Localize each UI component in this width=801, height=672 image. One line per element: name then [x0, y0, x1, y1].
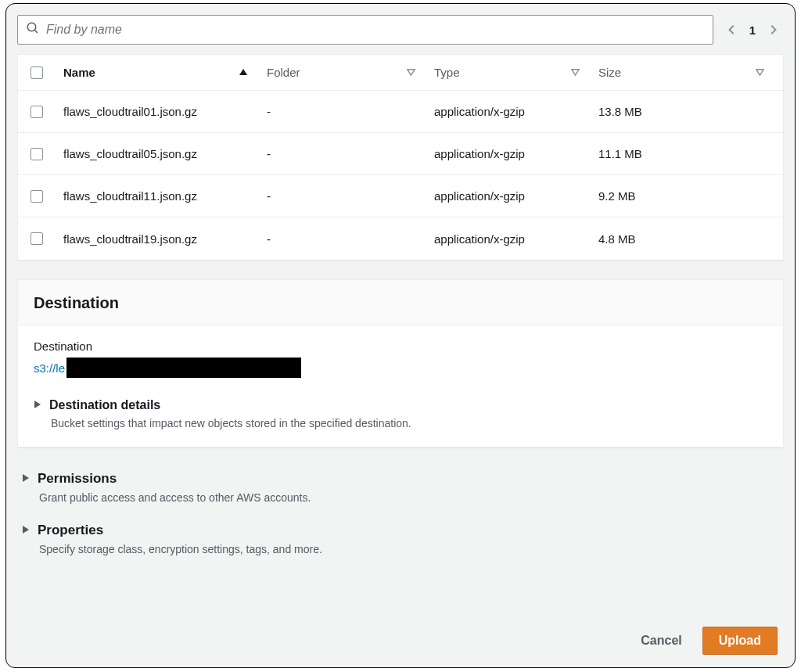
- cell-name: flaws_cloudtrail05.json.gz: [63, 147, 251, 160]
- files-table: Name Folder Type Size: [17, 54, 784, 261]
- dialog-footer: Cancel Upload: [638, 627, 778, 655]
- col-select-all[interactable]: [18, 66, 63, 79]
- cell-type: application/x-gzip: [434, 147, 598, 160]
- table-row: flaws_cloudtrail19.json.gz-application/x…: [18, 217, 783, 260]
- svg-line-1: [34, 30, 38, 33]
- col-name-label: Name: [63, 66, 95, 79]
- col-size[interactable]: Size: [598, 66, 783, 79]
- checkbox[interactable]: [31, 190, 43, 203]
- pagination: 1: [721, 15, 784, 45]
- destination-panel: Destination Destination s3://le Destinat…: [17, 279, 784, 447]
- upload-button[interactable]: Upload: [702, 627, 778, 655]
- checkbox[interactable]: [31, 106, 43, 118]
- properties-desc: Specify storage class, encryption settin…: [39, 543, 779, 555]
- checkbox[interactable]: [31, 232, 43, 245]
- checkbox[interactable]: [31, 66, 43, 79]
- options-expanders: Permissions Grant public access and acce…: [22, 471, 779, 555]
- row-select[interactable]: [18, 232, 63, 245]
- upload-dialog: 1 Name Folder Typ: [5, 3, 796, 668]
- destination-label: Destination: [34, 340, 767, 353]
- page-prev-icon[interactable]: [726, 23, 738, 36]
- svg-point-0: [27, 23, 36, 31]
- cell-size: 9.2 MB: [598, 189, 783, 203]
- permissions-expander[interactable]: Permissions Grant public access and acce…: [22, 471, 779, 504]
- caret-right-icon: [34, 398, 41, 412]
- sort-idle-icon: [756, 66, 764, 79]
- search-icon: [26, 21, 40, 38]
- sort-asc-icon: [239, 66, 248, 79]
- row-select[interactable]: [18, 148, 63, 160]
- svg-marker-8: [23, 526, 29, 534]
- col-name[interactable]: Name: [63, 66, 267, 79]
- destination-link[interactable]: s3://le: [34, 361, 65, 375]
- cell-folder: -: [267, 189, 434, 203]
- destination-title: Destination: [18, 280, 783, 325]
- caret-right-icon: [22, 471, 30, 487]
- cell-name: flaws_cloudtrail19.json.gz: [63, 232, 251, 246]
- table-toolbar: 1: [17, 15, 784, 45]
- table-row: flaws_cloudtrail05.json.gz-application/x…: [18, 133, 783, 175]
- cell-name: flaws_cloudtrail11.json.gz: [63, 189, 251, 203]
- destination-details-title: Destination details: [49, 398, 160, 412]
- search-box[interactable]: [17, 15, 713, 45]
- properties-title: Properties: [38, 523, 103, 538]
- row-select[interactable]: [18, 190, 63, 203]
- table-header: Name Folder Type Size: [18, 55, 783, 91]
- svg-marker-5: [756, 70, 763, 75]
- cell-type: application/x-gzip: [434, 189, 598, 203]
- svg-marker-7: [23, 474, 29, 482]
- checkbox[interactable]: [31, 148, 43, 160]
- svg-marker-6: [34, 401, 41, 408]
- cell-folder: -: [267, 105, 434, 118]
- cell-folder: -: [267, 232, 434, 246]
- cell-folder: -: [267, 147, 434, 160]
- table-row: flaws_cloudtrail11.json.gz-application/x…: [18, 175, 783, 217]
- search-input[interactable]: [46, 23, 705, 37]
- cell-size: 4.8 MB: [598, 232, 783, 246]
- cell-type: application/x-gzip: [434, 105, 598, 118]
- sort-idle-icon: [571, 66, 580, 79]
- sort-idle-icon: [407, 66, 415, 79]
- properties-expander[interactable]: Properties Specify storage class, encryp…: [22, 523, 779, 555]
- row-select[interactable]: [18, 106, 63, 118]
- cell-size: 13.8 MB: [598, 105, 783, 118]
- page-next-icon[interactable]: [767, 23, 779, 36]
- permissions-desc: Grant public access and access to other …: [39, 491, 779, 504]
- table-row: flaws_cloudtrail01.json.gz-application/x…: [18, 91, 783, 133]
- col-folder[interactable]: Folder: [267, 66, 434, 79]
- cell-name: flaws_cloudtrail01.json.gz: [63, 105, 251, 118]
- col-type[interactable]: Type: [434, 66, 598, 79]
- destination-url: s3://le: [34, 358, 767, 378]
- cancel-button[interactable]: Cancel: [638, 627, 684, 654]
- destination-details-expander[interactable]: Destination details Bucket settings that…: [34, 398, 767, 429]
- svg-marker-4: [572, 70, 579, 75]
- destination-details-desc: Bucket settings that impact new objects …: [51, 417, 767, 429]
- col-size-label: Size: [598, 66, 621, 79]
- col-folder-label: Folder: [267, 66, 300, 79]
- svg-marker-3: [408, 70, 415, 75]
- page-current: 1: [749, 23, 756, 37]
- cell-type: application/x-gzip: [434, 232, 598, 246]
- cell-size: 11.1 MB: [598, 147, 783, 160]
- col-type-label: Type: [434, 66, 460, 79]
- redacted-block: [66, 358, 301, 378]
- svg-marker-2: [239, 69, 247, 75]
- permissions-title: Permissions: [38, 471, 117, 487]
- caret-right-icon: [22, 523, 30, 538]
